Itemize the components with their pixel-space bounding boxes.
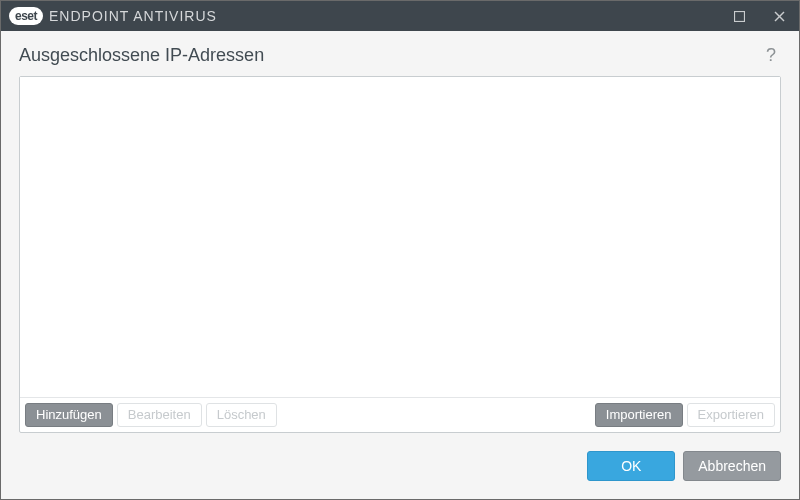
svg-rect-0: [734, 11, 744, 21]
help-icon[interactable]: ?: [761, 45, 781, 66]
ip-list-panel: Hinzufügen Bearbeiten Löschen Importiere…: [19, 76, 781, 433]
list-toolbar: Hinzufügen Bearbeiten Löschen Importiere…: [20, 397, 780, 432]
footer: OK Abbrechen: [1, 433, 799, 499]
ip-list[interactable]: [20, 77, 780, 397]
window-minimize-button[interactable]: [719, 1, 759, 31]
minimize-icon: [734, 11, 745, 22]
delete-button: Löschen: [206, 403, 277, 427]
export-button: Exportieren: [687, 403, 775, 427]
edit-button: Bearbeiten: [117, 403, 202, 427]
cancel-button[interactable]: Abbrechen: [683, 451, 781, 481]
import-button[interactable]: Importieren: [595, 403, 683, 427]
product-name: ENDPOINT ANTIVIRUS: [49, 8, 217, 24]
titlebar: eset ENDPOINT ANTIVIRUS: [1, 1, 799, 31]
add-button[interactable]: Hinzufügen: [25, 403, 113, 427]
main: Hinzufügen Bearbeiten Löschen Importiere…: [1, 76, 799, 433]
close-icon: [774, 11, 785, 22]
ok-button[interactable]: OK: [587, 451, 675, 481]
page-title: Ausgeschlossene IP-Adressen: [19, 45, 761, 66]
window-close-button[interactable]: [759, 1, 799, 31]
header: Ausgeschlossene IP-Adressen ?: [1, 31, 799, 76]
brand-badge: eset: [9, 7, 43, 25]
